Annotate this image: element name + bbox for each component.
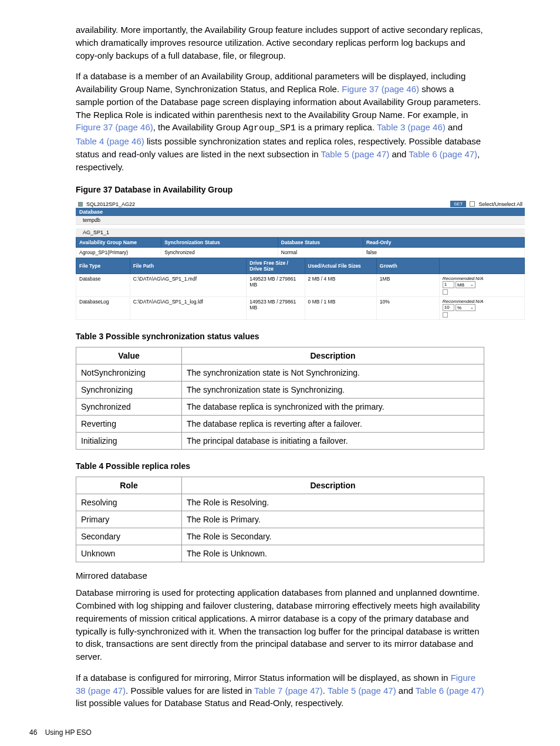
- cell-value: Secondary: [76, 528, 182, 545]
- table-row: RevertingThe database replica is reverti…: [76, 416, 484, 433]
- cell-value: Resolving: [76, 494, 182, 511]
- cell: DatabaseLog: [76, 297, 130, 320]
- database-icon: [78, 202, 83, 207]
- rec-label: Recommended:N/A: [443, 276, 484, 281]
- cell-desc: The Role is Secondary.: [182, 528, 484, 545]
- growth-value-input[interactable]: 1: [443, 281, 454, 288]
- page-footer: 46 Using HP ESO: [29, 728, 560, 737]
- cell: Database: [76, 274, 130, 297]
- rec-label: Recommended:N/A: [443, 299, 484, 304]
- table-row: NotSynchronizingThe synchronization stat…: [76, 364, 484, 382]
- text: . Possible values for are listed in: [126, 686, 254, 696]
- chevron-down-icon: ⌄: [469, 305, 475, 310]
- growth-unit-select[interactable]: MB⌄: [456, 281, 475, 288]
- link-table-5b[interactable]: Table 5 (page 47): [328, 686, 396, 696]
- cell-desc: The synchronization state is Not Synchro…: [182, 364, 484, 382]
- cell-value: Synchronizing: [76, 382, 182, 399]
- figure-37-caption: Figure 37 Database in Availability Group: [76, 185, 484, 194]
- unit-label: %: [457, 305, 461, 310]
- paragraph-4: If a database is configured for mirrorin…: [76, 671, 484, 710]
- fig-title: SQL2012SP1_AG22: [86, 201, 135, 207]
- cell-desc: The principal database is initiating a f…: [182, 433, 484, 450]
- db-label: tempdb: [83, 217, 100, 223]
- col-ag-name: Availability Group Name: [76, 238, 161, 248]
- paragraph-2: If a database is a member of an Availabi…: [76, 70, 484, 173]
- cell-desc: The Role is Unknown.: [182, 545, 484, 562]
- text: list possible values for Database Status…: [76, 698, 343, 708]
- cell-value: Reverting: [76, 416, 182, 433]
- growth-value-input[interactable]: 10: [443, 304, 454, 311]
- table-row: Database C:\DATA\AG\AG_SP1_1.mdf 149523 …: [76, 274, 525, 297]
- figure-37: SQL2012SP1_AG22 SET Select/Unselect All …: [76, 200, 525, 320]
- link-table-5[interactable]: Table 5 (page 47): [321, 149, 389, 159]
- cell: false: [363, 248, 524, 258]
- link-figure-37b[interactable]: Figure 37 (page 46): [76, 122, 153, 132]
- paragraph-3: Database mirroring is used for protectin…: [76, 586, 484, 663]
- cell-value: Primary: [76, 511, 182, 528]
- apply-checkbox[interactable]: [443, 289, 448, 295]
- paragraph-1: availability. More importantly, the Avai…: [76, 23, 484, 62]
- cell: 149523 MB / 279861 MB: [247, 274, 305, 297]
- table-4-caption: Table 4 Possible replica roles: [76, 461, 484, 471]
- cell-value: Unknown: [76, 545, 182, 562]
- table-row: UnknownThe Role is Unknown.: [76, 545, 484, 562]
- ag-label: AG_SP1_1: [83, 229, 109, 235]
- text: is a primary replica.: [296, 122, 377, 132]
- table-3-caption: Table 3 Possible synchronization status …: [76, 332, 484, 341]
- fig-table-1: Availability Group Name Synchronization …: [76, 237, 525, 258]
- cell-desc: The database replica is synchronized wit…: [182, 399, 484, 416]
- database-header: Database: [76, 208, 525, 216]
- table-row: ResolvingThe Role is Resolving.: [76, 494, 484, 511]
- set-button[interactable]: SET: [450, 201, 467, 207]
- mirrored-database-heading: Mirrored database: [76, 571, 484, 580]
- col-role: Role: [76, 477, 182, 494]
- link-table-6[interactable]: Table 6 (page 47): [409, 149, 477, 159]
- cell: 2 MB / 4 MB: [305, 274, 376, 297]
- col-file-path: File Path: [130, 258, 247, 274]
- table-row: SynchronizedThe database replica is sync…: [76, 399, 484, 416]
- col-rec: [439, 258, 524, 274]
- table-row: PrimaryThe Role is Primary.: [76, 511, 484, 528]
- ag-sp1-row[interactable]: AG_SP1_1: [76, 228, 525, 237]
- page-number: 46: [29, 728, 37, 737]
- link-table-3[interactable]: Table 3 (page 46): [377, 122, 446, 132]
- col-drive-size: Drive Free Size / Drive Size: [247, 258, 305, 274]
- col-sync-status: Synchronization Status: [161, 238, 278, 248]
- cell-desc: The database replica is reverting after …: [182, 416, 484, 433]
- chevron-down-icon: ⌄: [469, 282, 475, 287]
- table-row: InitializingThe principal database is in…: [76, 433, 484, 450]
- col-file-sizes: Used/Actual File Sizes: [305, 258, 376, 274]
- cell-desc: The synchronization state is Synchronizi…: [182, 382, 484, 399]
- fig-table-2: File Type File Path Drive Free Size / Dr…: [76, 258, 525, 320]
- col-readonly: Read-Only: [363, 238, 524, 248]
- footer-label: Using HP ESO: [45, 728, 92, 737]
- text: and: [446, 122, 463, 132]
- link-table-6b[interactable]: Table 6 (page 47): [416, 686, 484, 696]
- link-table-7[interactable]: Table 7 (page 47): [254, 686, 323, 696]
- cell: Synchronized: [161, 248, 278, 258]
- col-db-status: Database Status: [278, 238, 363, 248]
- col-value: Value: [76, 347, 182, 364]
- growth-unit-select[interactable]: %⌄: [456, 304, 475, 311]
- code-text: Agroup_SP1: [243, 123, 296, 133]
- text: , the Availability Group: [153, 122, 243, 132]
- cell-rec: Recommended:N/A 10 %⌄: [439, 297, 524, 320]
- tempdb-row[interactable]: tempdb: [76, 216, 525, 225]
- select-all-checkbox[interactable]: [470, 201, 475, 207]
- link-table-4[interactable]: Table 4 (page 46): [76, 136, 144, 146]
- text: and: [389, 149, 409, 159]
- table-4: Role Description ResolvingThe Role is Re…: [76, 477, 484, 562]
- link-figure-37a[interactable]: Figure 37 (page 46): [342, 84, 419, 94]
- cell-desc: The Role is Primary.: [182, 511, 484, 528]
- cell: 10%: [376, 297, 439, 320]
- table-row: SecondaryThe Role is Secondary.: [76, 528, 484, 545]
- cell-rec: Recommended:N/A 1 MB⌄: [439, 274, 524, 297]
- cell-value: Synchronized: [76, 399, 182, 416]
- text: .: [323, 686, 328, 696]
- table-row: DatabaseLog C:\DATA\AG\AG_SP1_1_log.ldf …: [76, 297, 525, 320]
- table-3: Value Description NotSynchronizingThe sy…: [76, 347, 484, 450]
- cell: C:\DATA\AG\AG_SP1_1.mdf: [130, 274, 247, 297]
- table-row: Agroup_SP1(Primary) Synchronized Normal …: [76, 248, 525, 258]
- cell-desc: The Role is Resolving.: [182, 494, 484, 511]
- apply-checkbox[interactable]: [443, 312, 448, 318]
